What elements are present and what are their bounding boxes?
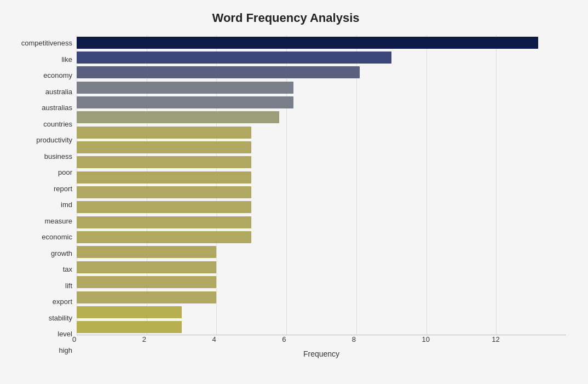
bar (77, 186, 251, 198)
bar (77, 156, 251, 168)
bar-row (77, 36, 566, 49)
bar (77, 171, 251, 184)
y-label: poor (5, 165, 72, 180)
bar-row (77, 171, 566, 184)
bar (77, 127, 251, 139)
bar-row (77, 216, 566, 229)
bar (77, 201, 251, 213)
y-label: export (5, 295, 72, 309)
bars-area (77, 35, 566, 335)
bar (77, 321, 182, 333)
y-label: lift (5, 278, 72, 293)
bar (77, 51, 391, 64)
x-tick: 8 (352, 335, 356, 343)
y-label: report (5, 181, 72, 196)
bar-row (77, 66, 566, 79)
x-axis-label: Frequency (77, 349, 566, 358)
x-tick: 4 (212, 335, 216, 343)
bar-row (77, 126, 566, 139)
y-label: level (5, 327, 72, 341)
y-axis: competitivenesslikeeconomyaustraliaaustr… (5, 35, 77, 358)
y-label: productivity (5, 133, 72, 147)
x-tick: 6 (282, 335, 286, 343)
y-label: growth (5, 246, 72, 260)
y-label: australias (5, 101, 72, 115)
chart-title: Word Frequency Analysis (5, 11, 566, 25)
bar-row (77, 141, 566, 154)
y-label: australia (5, 84, 72, 99)
bar-row (77, 96, 566, 109)
bar (77, 66, 360, 78)
bar (77, 82, 293, 94)
y-label: high (5, 343, 72, 357)
x-axis: 024681012 (77, 335, 566, 347)
bar-row (77, 291, 566, 304)
chart-area: competitivenesslikeeconomyaustraliaaustr… (5, 35, 566, 358)
bar-row (77, 81, 566, 94)
bars-and-xaxis: 024681012 Frequency (77, 35, 566, 358)
bar-row (77, 306, 566, 319)
bar (77, 141, 251, 153)
y-label: economic (5, 230, 72, 244)
bar-row (77, 276, 566, 289)
y-label: stability (5, 311, 72, 325)
x-tick: 10 (422, 335, 430, 343)
bar (77, 306, 182, 318)
y-label: imd (5, 198, 72, 212)
bar (77, 216, 251, 228)
chart-container: Word Frequency Analysis competitivenessl… (0, 0, 588, 384)
bar-row (77, 245, 566, 259)
bar-row (77, 231, 566, 244)
bar (77, 246, 216, 258)
x-tick: 2 (142, 335, 146, 343)
y-label: competitiveness (5, 36, 72, 50)
y-label: like (5, 52, 72, 66)
bar-row (77, 186, 566, 199)
bar-row (77, 156, 566, 169)
x-tick: 0 (72, 335, 76, 343)
y-label: tax (5, 262, 72, 277)
bar (77, 291, 216, 303)
bar (77, 111, 279, 123)
y-label: measure (5, 214, 72, 228)
bar-row (77, 111, 566, 124)
y-label: business (5, 149, 72, 163)
y-label: countries (5, 117, 72, 131)
bar (77, 261, 216, 273)
bar-row (77, 261, 566, 274)
y-label: economy (5, 68, 72, 83)
bar-row (77, 320, 566, 334)
bar (77, 37, 538, 49)
bar (77, 276, 216, 288)
bar (77, 96, 293, 108)
x-tick: 12 (492, 335, 499, 343)
bar (77, 231, 251, 243)
bar-row (77, 51, 566, 64)
bar-row (77, 200, 566, 214)
